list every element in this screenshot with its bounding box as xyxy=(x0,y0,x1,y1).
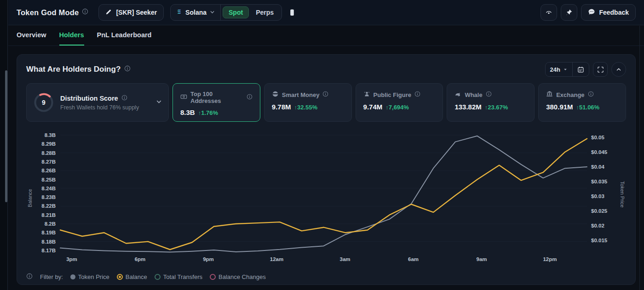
info-icon[interactable] xyxy=(247,94,253,101)
holders-chart[interactable]: 8.3B8.29B8.28B8.27B8.26B8.25B8.24B8.23B8… xyxy=(26,130,626,267)
fullscreen-button[interactable] xyxy=(593,62,608,77)
stat-change: ↑1.76% xyxy=(198,109,218,116)
caret-down-icon xyxy=(563,66,568,73)
svg-text:8.22B: 8.22B xyxy=(41,203,56,209)
info-icon[interactable] xyxy=(414,91,420,98)
line-chart-svg[interactable]: 8.3B8.29B8.28B8.27B8.26B8.25B8.24B8.23B8… xyxy=(26,130,625,267)
stat-card-top-100-addresses[interactable]: Top 100 Addresses 8.3B ↑1.76% xyxy=(172,83,260,122)
person-icon xyxy=(363,91,370,99)
svg-text:8.26B: 8.26B xyxy=(41,168,56,173)
edit-pencil-icon xyxy=(105,8,112,17)
pin-button[interactable] xyxy=(561,4,577,21)
market-tab-spot[interactable]: Spot xyxy=(223,6,249,18)
stat-label: Exchange xyxy=(556,91,584,98)
balance-changes-ring-icon xyxy=(210,274,216,280)
score-title: Distribution Score xyxy=(60,95,118,102)
svg-text:9am: 9am xyxy=(476,256,487,262)
balance-radio-icon xyxy=(117,274,123,280)
stat-change: ↑51.06% xyxy=(576,104,600,111)
title-info-icon[interactable] xyxy=(82,8,88,17)
stat-label: Public Figure xyxy=(374,91,411,98)
eye-icon xyxy=(545,9,552,16)
svg-text:8.25B: 8.25B xyxy=(41,177,56,182)
incognito-icon xyxy=(272,91,279,99)
tab-holders[interactable]: Holders xyxy=(59,25,84,45)
holders-activity-panel: What Are Holders Doing? 24h xyxy=(17,54,636,285)
calendar-button[interactable] xyxy=(573,63,589,76)
timeframe-dropdown[interactable]: 24h xyxy=(546,63,572,76)
chevron-up-icon xyxy=(615,66,622,73)
feedback-label: Feedback xyxy=(599,9,629,16)
tab-overview[interactable]: Overview xyxy=(17,25,46,45)
fullscreen-icon xyxy=(597,66,604,73)
left-scrollbar-thumb[interactable] xyxy=(5,70,7,202)
watch-eye-button[interactable] xyxy=(540,4,557,21)
svg-text:8.19B: 8.19B xyxy=(41,230,56,235)
info-icon[interactable] xyxy=(322,91,328,98)
stat-change: ↑32.55% xyxy=(294,104,318,111)
svg-text:12am: 12am xyxy=(270,256,283,262)
stat-value: 9.78M xyxy=(272,103,291,111)
filter-option-label: Total Transfers xyxy=(163,273,202,280)
svg-text:8.18B: 8.18B xyxy=(41,239,56,245)
svg-text:$0.02: $0.02 xyxy=(591,223,604,228)
stat-label: Smart Money xyxy=(282,91,320,98)
right-divider xyxy=(639,26,640,290)
filter-option-label: Token Price xyxy=(78,273,109,280)
stat-value: 9.74M xyxy=(363,103,383,111)
svg-text:9pm: 9pm xyxy=(203,256,214,262)
stat-card-smart-money[interactable]: Smart Money 9.78M ↑32.55% xyxy=(264,83,352,122)
stat-card-whale[interactable]: Whale 133.82M ↑23.67% xyxy=(447,83,535,122)
stat-card-exchange[interactable]: Exchange 380.91M ↑51.06% xyxy=(538,83,626,122)
stat-value: 8.3B xyxy=(180,108,195,116)
svg-text:$0.03: $0.03 xyxy=(591,193,604,199)
stat-value: 133.82M xyxy=(454,103,481,111)
panel-info-icon[interactable] xyxy=(124,65,131,74)
pin-icon xyxy=(565,9,573,16)
token-selector-label: [SKR] Seeker xyxy=(116,9,157,16)
mobile-icon[interactable] xyxy=(288,9,296,17)
score-info-icon[interactable] xyxy=(121,95,127,102)
chart-filter-bar: Filter by: Token Price Balance Total Tra… xyxy=(26,273,626,281)
panel-title: What Are Holders Doing? xyxy=(26,65,121,74)
timeframe-group: 24h xyxy=(545,62,589,77)
svg-text:$0.015: $0.015 xyxy=(591,238,608,243)
filter-info-icon[interactable] xyxy=(26,273,33,281)
section-tabs: Overview Holders PnL Leaderboard xyxy=(8,25,644,46)
info-icon[interactable] xyxy=(588,91,594,98)
tab-pnl-leaderboard[interactable]: PnL Leaderboard xyxy=(97,25,152,45)
left-scrollbar-track xyxy=(0,0,8,290)
token-selector-button[interactable]: [SKR] Seeker xyxy=(98,4,164,21)
svg-text:6am: 6am xyxy=(408,256,419,262)
svg-text:8.3B: 8.3B xyxy=(45,132,56,138)
svg-text:Token Price: Token Price xyxy=(620,181,625,207)
bank-icon xyxy=(546,91,553,99)
filter-option-balance[interactable]: Balance xyxy=(117,273,147,280)
chain-dropdown[interactable]: Solana xyxy=(171,5,220,20)
chain-market-group: Solana Spot Perps xyxy=(170,4,282,21)
chevron-down-icon xyxy=(210,9,215,16)
feedback-button[interactable]: Feedback xyxy=(581,4,636,21)
collapse-button[interactable] xyxy=(611,62,626,77)
svg-text:$0.025: $0.025 xyxy=(591,208,608,214)
distribution-score-card[interactable]: 9 Distribution Score Fresh Wallets hold … xyxy=(26,83,169,122)
total-transfers-ring-icon xyxy=(155,274,161,280)
page-title: Token God Mode xyxy=(17,8,79,17)
filter-option-total-transfers[interactable]: Total Transfers xyxy=(155,273,202,280)
chevron-down-icon[interactable] xyxy=(156,98,162,107)
svg-text:12pm: 12pm xyxy=(543,256,557,262)
filter-option-token-price[interactable]: Token Price xyxy=(70,273,109,280)
whale-icon xyxy=(454,91,461,99)
banknote-icon xyxy=(180,93,187,102)
svg-text:8.21B: 8.21B xyxy=(41,212,56,218)
svg-text:Balance: Balance xyxy=(27,189,33,207)
info-icon[interactable] xyxy=(486,91,492,98)
filter-option-balance-changes[interactable]: Balance Changes xyxy=(210,273,266,280)
svg-text:8.24B: 8.24B xyxy=(41,186,56,191)
svg-text:8.28B: 8.28B xyxy=(41,150,56,156)
market-tab-perps[interactable]: Perps xyxy=(250,6,280,18)
svg-text:8.29B: 8.29B xyxy=(41,141,56,147)
svg-text:3am: 3am xyxy=(339,256,350,262)
chain-label: Solana xyxy=(185,9,207,16)
stat-card-public-figure[interactable]: Public Figure 9.74M ↑7,694% xyxy=(356,83,443,122)
